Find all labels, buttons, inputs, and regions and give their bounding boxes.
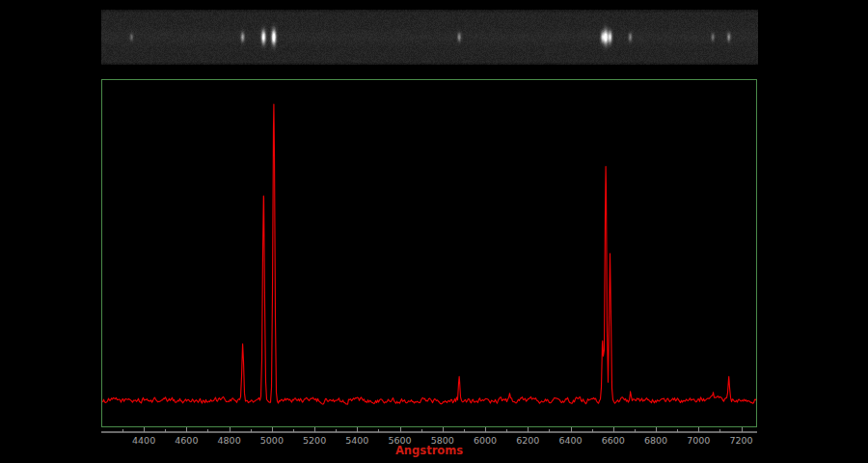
x-tick-label: 5400	[338, 435, 376, 446]
spectrum-strip-canvas	[101, 10, 758, 65]
x-tick-label: 7200	[722, 435, 761, 446]
x-axis-major-tick	[186, 427, 187, 432]
x-axis-minor-tick	[464, 429, 465, 432]
x-axis-major-tick	[144, 427, 145, 432]
x-axis-minor-tick	[378, 429, 379, 432]
x-axis-minor-tick	[251, 429, 252, 432]
x-tick-label: 5200	[295, 435, 334, 446]
x-tick-label: 6800	[637, 435, 675, 446]
x-axis-major-tick	[571, 427, 572, 432]
x-axis-minor-tick	[336, 429, 337, 432]
x-axis-minor-tick	[635, 429, 636, 432]
x-axis-minor-tick	[165, 429, 166, 432]
x-axis-major-tick	[656, 427, 657, 432]
x-axis-major-tick	[230, 427, 231, 432]
x-axis-major-tick	[400, 427, 401, 432]
x-axis-line	[101, 431, 757, 433]
x-axis-minor-tick	[719, 429, 720, 432]
x-axis-major-tick	[485, 427, 486, 432]
x-axis-minor-tick	[122, 429, 123, 432]
x-axis-label: Angstroms	[101, 444, 757, 457]
x-axis-major-tick	[443, 427, 444, 432]
x-tick-label: 5800	[423, 435, 462, 446]
x-tick-label: 4800	[210, 435, 249, 446]
x-tick-label: 6200	[508, 435, 547, 446]
x-axis-major-tick	[698, 427, 699, 432]
x-axis-minor-tick	[677, 429, 678, 432]
x-axis-minor-tick	[421, 429, 422, 432]
x-axis-major-tick	[272, 427, 273, 432]
x-tick-label: 5600	[381, 435, 420, 446]
x-axis-major-tick	[314, 427, 315, 432]
x-tick-label: 4400	[124, 435, 163, 446]
x-tick-label: 4600	[167, 435, 205, 446]
x-tick-label: 6600	[594, 435, 633, 446]
x-tick-label: 6400	[552, 435, 590, 446]
x-axis-major-tick	[357, 427, 358, 432]
x-axis-major-tick	[742, 427, 743, 432]
x-axis-major-tick	[613, 427, 614, 432]
x-tick-label: 7000	[679, 435, 718, 446]
screen: Angstroms 440046004800500052005400560058…	[0, 0, 868, 463]
x-axis-minor-tick	[293, 429, 294, 432]
spectrum-strip-image	[101, 10, 758, 65]
x-tick-label: 5000	[253, 435, 291, 446]
x-axis-minor-tick	[207, 429, 208, 432]
x-axis: Angstroms 440046004800500052005400560058…	[101, 427, 758, 462]
spectrum-plot-frame	[101, 79, 757, 427]
x-tick-label: 6000	[466, 435, 504, 446]
x-axis-minor-tick	[506, 429, 507, 432]
x-axis-minor-tick	[592, 429, 593, 432]
x-axis-major-tick	[528, 427, 529, 432]
x-axis-minor-tick	[549, 429, 550, 432]
spectrum-plot-canvas[interactable]	[102, 80, 756, 426]
